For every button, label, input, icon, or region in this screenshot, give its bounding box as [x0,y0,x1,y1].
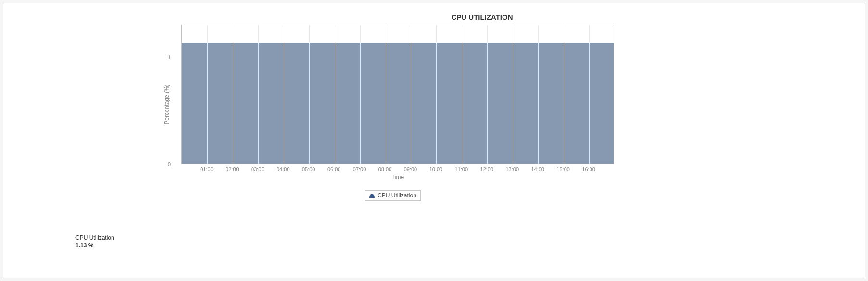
gridline [589,25,590,164]
x-tick-label: 03:00 [251,166,264,172]
stat-value: 1.13 % [75,242,114,249]
gridline [360,25,361,164]
gridline [386,25,386,164]
gridline [513,25,513,164]
x-tick-label: 16:00 [582,166,595,172]
x-tick-label: 04:00 [277,166,290,172]
gridline [564,25,564,164]
x-tick-label: 07:00 [353,166,366,172]
x-tick-label: 15:00 [556,166,570,172]
stat-label: CPU Utilization [75,234,114,241]
series-area [182,43,614,164]
x-tick-label: 13:00 [505,166,519,172]
gridline [436,25,437,164]
legend-row: CPU Utilization [167,183,619,201]
gridline [411,25,411,164]
gridline [258,25,259,164]
gridline [233,25,233,164]
x-tick-label: 02:00 [226,166,239,172]
chart-title: CPU UTILIZATION [109,13,855,21]
legend-item[interactable]: CPU Utilization [365,190,421,201]
y-axis-label: Percentage (%) [164,84,170,124]
gridline [335,25,335,164]
x-tick-label: 08:00 [378,166,392,172]
x-axis-ticks: 01:0002:0003:0004:0005:0006:0007:0008:00… [181,164,614,173]
y-tick-label: 1 [161,54,171,60]
chart-wrapper: Percentage (%) 01 01:0002:0003:0004:0005… [167,25,619,183]
y-tick-label: 0 [161,161,171,167]
gridline [462,25,462,164]
legend-label: CPU Utilization [377,192,416,199]
x-tick-label: 11:00 [455,166,468,172]
plot-area[interactable] [181,25,614,164]
x-tick-label: 09:00 [404,166,417,172]
stat-block: CPU Utilization 1.13 % [75,234,114,249]
gridline [309,25,310,164]
x-tick-label: 10:00 [429,166,443,172]
gridline [487,25,488,164]
gridline [538,25,539,164]
x-tick-label: 12:00 [480,166,494,172]
x-tick-label: 01:00 [200,166,214,172]
x-tick-label: 14:00 [531,166,544,172]
gridline [207,25,208,164]
chart-panel: CPU UTILIZATION Percentage (%) 01 01:000… [3,3,865,278]
area-icon [369,194,375,198]
x-tick-label: 05:00 [302,166,315,172]
x-axis-label: Time [181,174,614,181]
gridline [284,25,284,164]
x-tick-label: 06:00 [327,166,341,172]
